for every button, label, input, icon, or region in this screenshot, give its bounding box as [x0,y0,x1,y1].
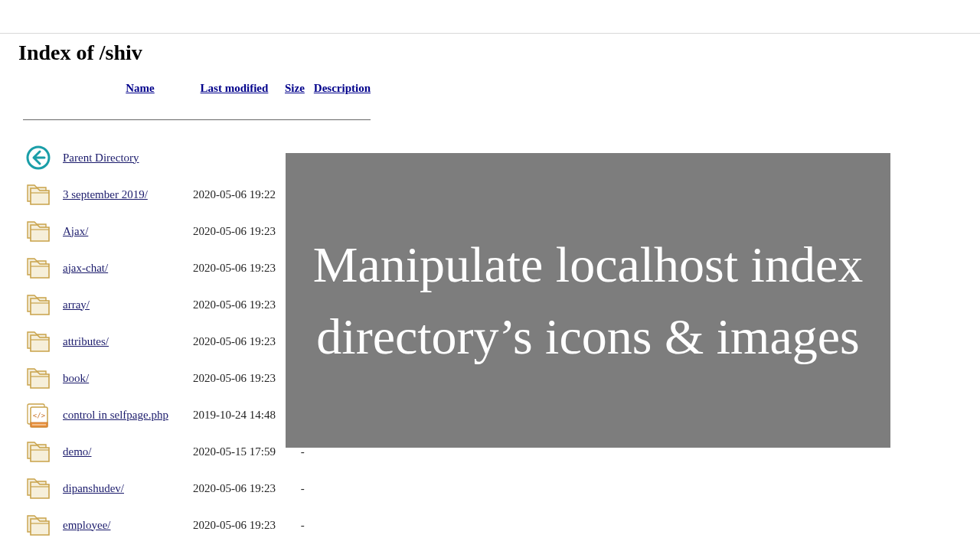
entry-link[interactable]: Ajax/ [63,225,88,237]
php-file-icon [18,396,58,433]
overlay-banner-text: Manipulate localhost index directory’s i… [309,229,867,372]
folder-icon [18,213,58,249]
overlay-banner: Manipulate localhost index directory’s i… [286,153,890,448]
entry-link[interactable]: book/ [63,372,89,384]
table-row: employee/2020-05-06 19:23- [18,507,375,543]
folder-icon [18,249,58,286]
entry-link[interactable]: 3 september 2019/ [63,188,148,201]
table-row: dipanshudev/2020-05-06 19:23- [18,470,375,507]
entry-link[interactable]: array/ [63,298,90,311]
col-header-description[interactable]: Description [314,82,371,94]
entry-modified: 2020-05-06 19:23 [188,286,280,323]
folder-icon [18,470,58,507]
entry-link[interactable]: control in selfpage.php [63,409,168,421]
folder-icon [18,286,58,323]
top-divider [0,33,980,34]
col-header-size[interactable]: Size [285,82,305,94]
entry-modified [188,139,280,176]
entry-modified: 2020-05-06 19:23 [188,323,280,360]
entry-size: - [280,507,309,543]
entry-modified: 2020-05-06 19:23 [188,507,280,543]
entry-link[interactable]: ajax-chat/ [63,262,108,274]
folder-icon [18,433,58,470]
entry-link[interactable]: demo/ [63,445,92,458]
col-header-name[interactable]: Name [126,82,155,94]
col-header-modified[interactable]: Last modified [201,82,269,94]
page-title: Index of /shiv [18,41,980,65]
entry-modified: 2020-05-06 19:23 [188,470,280,507]
folder-icon [18,360,58,396]
entry-modified: 2020-05-15 17:59 [188,433,280,470]
header-row: Name Last modified Size Description [18,79,375,103]
entry-modified: 2020-05-06 19:23 [188,213,280,249]
back-arrow-icon [18,139,58,176]
folder-icon [18,323,58,360]
entry-modified: 2019-10-24 14:48 [188,396,280,433]
entry-link[interactable]: dipanshudev/ [63,482,124,494]
entry-modified: 2020-05-06 19:23 [188,360,280,396]
entry-link[interactable]: attributes/ [63,335,109,347]
entry-link[interactable]: employee/ [63,519,110,531]
header-divider [23,119,371,120]
folder-icon [18,507,58,543]
entry-link[interactable]: Parent Directory [63,152,139,164]
entry-description [309,507,375,543]
entry-modified: 2020-05-06 19:23 [188,249,280,286]
entry-description [309,470,375,507]
folder-icon [18,176,58,213]
entry-size: - [280,470,309,507]
entry-modified: 2020-05-06 19:22 [188,176,280,213]
